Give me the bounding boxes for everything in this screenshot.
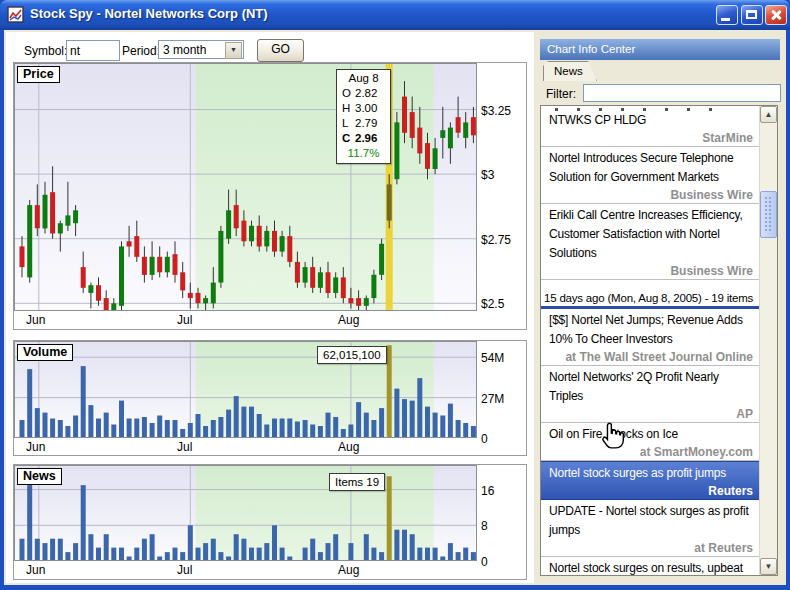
close-icon: [770, 9, 782, 21]
title-bar[interactable]: Stock Spy - Nortel Networks Corp (NT): [0, 0, 790, 30]
app-icon: [7, 6, 25, 24]
volume-chart[interactable]: [14, 341, 477, 438]
x-axis-label: Aug: [338, 440, 359, 454]
news-headline: Oil on Fire, Stocks on Ice: [549, 425, 753, 444]
maximize-icon: [746, 10, 757, 19]
news-chart[interactable]: [14, 465, 477, 561]
x-axis-label: Jul: [177, 440, 192, 454]
news-source: StarMine: [549, 130, 753, 146]
symbol-label: Symbol:: [24, 44, 67, 58]
x-axis-label: Aug: [338, 563, 359, 577]
filter-label: Filter:: [546, 87, 576, 101]
news-panel-title: News: [17, 468, 62, 485]
y-axis-label: $3: [481, 168, 527, 182]
window-title: Stock Spy - Nortel Networks Corp (NT): [30, 6, 268, 21]
y-axis-label: 54M: [481, 351, 527, 365]
scrollbar-thumb[interactable]: [760, 191, 777, 238]
news-headline: UPDATE - Nortel stock surges as profit j…: [549, 502, 753, 540]
scroll-up-icon[interactable]: ▲: [760, 106, 777, 123]
hand-cursor-icon: [599, 420, 625, 454]
news-date-separator: 15 days ago (Mon, Aug 8, 2005) - 19 item…: [541, 280, 761, 309]
period-label: Period:: [122, 44, 160, 58]
scroll-down-icon[interactable]: ▼: [760, 558, 777, 575]
news-item[interactable]: [$$] Nortel Net Jumps; Revenue Adds 10% …: [541, 309, 761, 366]
news-list[interactable]: NTWKS CP HLDGStarMineNortel Introduces S…: [540, 105, 778, 576]
news-source: Reuters: [549, 483, 753, 499]
chevron-down-icon[interactable]: ▼: [225, 42, 242, 59]
news-item[interactable]: Nortel stock surges on results, upbeat f…: [541, 557, 761, 576]
news-headline: Nortel stock surges on results, upbeat f…: [549, 559, 753, 576]
news-source: Business Wire: [549, 263, 753, 279]
news-item[interactable]: Nortel Introduces Secure Telephone Solut…: [541, 147, 761, 204]
tooltip-ohlc-row: H3.00: [337, 101, 390, 116]
price-panel: Price $3.25$3$2.75$2.5 JunJulAug: [13, 62, 527, 330]
x-axis-label: Jun: [26, 563, 45, 577]
volume-tooltip: 62,015,100: [317, 346, 387, 364]
price-chart[interactable]: [14, 63, 477, 311]
symbol-input[interactable]: [66, 40, 120, 61]
y-axis-label: $3.25: [481, 104, 527, 118]
news-headline: Nortel Networks' 2Q Profit Nearly Triple…: [549, 368, 753, 406]
filter-input[interactable]: [583, 84, 781, 102]
x-axis-label: Aug: [338, 313, 359, 327]
tab-news[interactable]: News: [543, 61, 597, 81]
news-source: at Reuters: [549, 540, 753, 556]
period-dropdown[interactable]: 3 month ▼: [158, 40, 244, 59]
news-item[interactable]: Erikli Call Centre Increases Efficiency,…: [541, 204, 761, 280]
x-axis-label: Jun: [26, 313, 45, 327]
news-chart-panel: News 1680 JunJulAug: [13, 464, 527, 580]
news-headline: Nortel Introduces Secure Telephone Solut…: [549, 149, 753, 187]
y-axis-label: 0: [481, 555, 527, 569]
maximize-button[interactable]: [741, 5, 763, 25]
minimize-icon: [721, 18, 730, 21]
y-axis-label: 27M: [481, 392, 527, 406]
app-window: Stock Spy - Nortel Networks Corp (NT) Sy…: [0, 0, 790, 590]
y-axis-label: $2.75: [481, 233, 527, 247]
volume-panel: Volume 54M27M0 JunJulAug: [13, 340, 527, 456]
news-headline: NTWKS CP HLDG: [549, 111, 753, 130]
news-list-scrollbar[interactable]: ▲ ▼: [759, 106, 777, 575]
x-axis-label: Jul: [177, 563, 192, 577]
volume-panel-title: Volume: [17, 344, 73, 361]
news-tooltip: Items 19: [329, 473, 385, 491]
close-button[interactable]: [765, 5, 787, 25]
x-axis-label: Jul: [177, 313, 192, 327]
news-item[interactable]: NTWKS CP HLDGStarMine: [541, 105, 761, 147]
period-value: 3 month: [163, 43, 206, 57]
y-axis-label: 16: [481, 484, 527, 498]
news-item-selected[interactable]: Nortel stock surges as profit jumpsReute…: [541, 461, 761, 500]
news-headline: [$$] Nortel Net Jumps; Revenue Adds 10% …: [549, 311, 753, 349]
tooltip-date: Aug 8: [337, 71, 390, 86]
news-source: at SmartMoney.com: [549, 444, 753, 460]
news-headline: Erikli Call Centre Increases Efficiency,…: [549, 206, 753, 263]
y-axis-label: 8: [481, 519, 527, 533]
tooltip-ohlc-row: C2.96: [337, 131, 390, 146]
news-headline: Nortel stock surges as profit jumps: [549, 464, 753, 483]
price-panel-title: Price: [17, 66, 60, 83]
tooltip-ohlc-row: L2.79: [337, 116, 390, 131]
y-axis-label: $2.5: [481, 297, 527, 311]
news-source: Business Wire: [549, 187, 753, 203]
news-item[interactable]: UPDATE - Nortel stock surges as profit j…: [541, 500, 761, 557]
go-button[interactable]: GO: [257, 39, 304, 62]
y-axis-label: 0: [481, 432, 527, 446]
price-tooltip: Aug 8 O2.82H3.00L2.79C2.96 11.7%: [336, 69, 391, 164]
x-axis-label: Jun: [26, 440, 45, 454]
news-item[interactable]: Nortel Networks' 2Q Profit Nearly Triple…: [541, 366, 761, 423]
news-item[interactable]: Oil on Fire, Stocks on Iceat SmartMoney.…: [541, 423, 761, 461]
news-source: AP: [549, 406, 753, 422]
chart-info-center-header: Chart Info Center: [540, 39, 780, 60]
tooltip-change-pct: 11.7%: [337, 146, 390, 161]
news-source: at The Wall Street Journal Online: [549, 349, 753, 365]
tooltip-ohlc-row: O2.82: [337, 86, 390, 101]
minimize-button[interactable]: [716, 5, 738, 25]
